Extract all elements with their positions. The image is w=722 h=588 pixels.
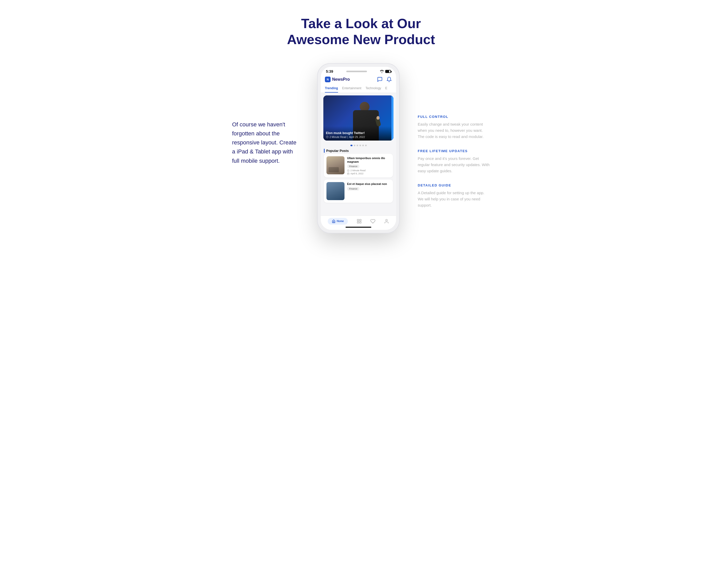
feature-title-2: FREE LIFETIME UPDATES [418,149,490,153]
home-label: Home [337,220,344,223]
main-content: Of course we haven't forgotten about the… [206,63,516,233]
dot-5 [362,145,364,146]
post-info-2: Est et itaque eius placeat non Finance [347,182,390,200]
battery-icon [385,70,391,73]
svg-rect-7 [359,219,361,221]
carousel-dots [321,143,396,148]
hero-meta: 2 Minute Read | April 29, 2022 [326,135,391,139]
nav-item-favorites[interactable] [370,219,376,224]
svg-rect-9 [357,222,359,223]
status-icons [380,70,391,73]
calendar-icon-1 [347,172,349,175]
logo-icon: N [325,77,331,82]
grid-icon [357,219,362,224]
left-description: Of course we haven't forgotten about the… [232,120,299,165]
post-card-1[interactable]: Ullam temporibus omnis illo magnam Finan… [324,154,393,178]
phone-mockup-wrapper: 5:39 [315,63,402,233]
post-card-2[interactable]: Est et itaque eius placeat non Finance [324,180,393,203]
user-icon [384,219,389,224]
page-header: Take a Look at Our Awesome New Product [271,16,451,48]
app-name: NewsPro [332,77,349,82]
feature-desc-3: A Detailed guide for setting up the app.… [418,190,490,208]
nav-tabs: Trending Entertainment Technology E [321,84,396,93]
feature-detailed-guide: DETAILED GUIDE A Detailed guide for sett… [418,183,490,208]
hero-read-time: 2 Minute Read [330,135,346,139]
popular-section: Popular Posts Ullam temporibus omnis ill… [321,148,396,207]
post-meta-1: 2 Minute Read April 6, 2022 [347,169,390,175]
post-thumb-1 [326,156,344,174]
dot-6 [365,145,367,146]
app-logo: N NewsPro [325,77,349,82]
page-title: Take a Look at Our Awesome New Product [271,16,451,48]
dot-4 [359,145,361,146]
heart-icon [370,219,376,224]
post-tag-2: Finance [347,187,359,191]
app-header-icons [377,77,392,82]
feature-desc-2: Pay once and it's yours forever. Get reg… [418,155,490,174]
home-icon [332,219,336,223]
clock-small-icon-1 [347,169,349,172]
bell-icon[interactable] [386,77,392,82]
post-meta-row-time-1: 2 Minute Read [347,169,390,172]
hero-separator: | [347,135,348,139]
tab-more[interactable]: E [385,84,387,92]
wifi-icon [380,70,384,73]
blue-accent [391,96,394,141]
post-date-1: April 6, 2022 [351,172,364,175]
tab-technology[interactable]: Technology [365,84,381,92]
popular-section-title: Popular Posts [324,149,393,153]
phone-screen: 5:39 [321,67,396,230]
feature-lifetime-updates: FREE LIFETIME UPDATES Pay once and it's … [418,149,490,174]
post-title-1: Ullam temporibus omnis illo magnam [347,156,390,164]
post-tag-1: Finance [347,165,359,168]
feature-desc-1: Easily change and tweak your content whe… [418,121,490,140]
dot-1 [351,145,353,146]
dot-2 [354,145,355,146]
svg-point-10 [386,219,387,221]
tab-trending[interactable]: Trending [325,84,338,92]
hero-overlay: Elon musk bought Twitter! 2 Minute Read … [323,126,394,141]
tab-entertainment[interactable]: Entertainment [342,84,362,92]
bottom-nav: Home [321,216,396,226]
svg-rect-2 [347,173,349,174]
feature-full-control: FULL CONTROL Easily change and tweak you… [418,115,490,140]
nav-item-profile[interactable] [384,219,389,224]
phone-device: 5:39 [317,63,400,233]
home-indicator [345,227,371,228]
post-thumb-2 [326,182,344,200]
left-text-section: Of course we haven't forgotten about the… [232,63,299,165]
hero-title: Elon musk bought Twitter! [326,131,391,135]
notch [346,71,367,72]
status-time: 5:39 [326,69,333,74]
right-features: FULL CONTROL Easily change and tweak you… [418,63,490,208]
post-meta-row-date-1: April 6, 2022 [347,172,390,175]
post-title-2: Est et itaque eius placeat non [347,182,390,186]
svg-rect-6 [357,219,359,221]
status-bar: 5:39 [321,67,396,75]
clock-icon [326,135,328,138]
phone-content: Elon musk bought Twitter! 2 Minute Read … [321,93,396,216]
chat-icon[interactable] [377,77,383,82]
svg-rect-8 [359,222,361,223]
post-info-1: Ullam temporibus omnis illo magnam Finan… [347,156,390,175]
nav-item-categories[interactable] [357,219,362,224]
hero-card: Elon musk bought Twitter! 2 Minute Read … [323,96,394,141]
app-header: N NewsPro [321,75,396,84]
hero-date: April 29, 2022 [349,135,365,139]
feature-title-3: DETAILED GUIDE [418,183,490,187]
dot-3 [357,145,358,146]
post-read-time-1: 2 Minute Read [351,169,366,172]
nav-item-home[interactable]: Home [328,218,348,225]
feature-title-1: FULL CONTROL [418,115,490,119]
